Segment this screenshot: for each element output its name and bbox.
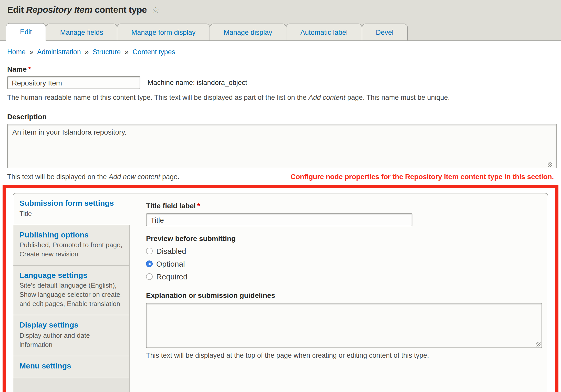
machine-name: Machine name: islandora_object bbox=[148, 79, 247, 86]
vtab-publishing-options[interactable]: Publishing options Published, Promoted t… bbox=[13, 224, 130, 265]
breadcrumb-administration[interactable]: Administration bbox=[37, 48, 81, 56]
explanation-label: Explanation or submission guidelines bbox=[146, 291, 542, 299]
vertical-tabs-menu: Submission form settings Title Publishin… bbox=[13, 193, 130, 392]
required-marker: * bbox=[197, 202, 200, 210]
page-title: Edit Repository Item content type ☆ bbox=[7, 5, 561, 15]
preview-radio-group: Preview before submitting Disabled Optio… bbox=[146, 234, 542, 281]
required-marker: * bbox=[28, 65, 31, 73]
name-help: The human-readable name of this content … bbox=[7, 93, 554, 102]
star-icon[interactable]: ☆ bbox=[152, 5, 159, 15]
page-title-prefix: Edit bbox=[7, 5, 24, 15]
explanation-help: This text will be displayed at the top o… bbox=[146, 352, 542, 359]
submission-form-settings-pane: Title field label* Preview before submit… bbox=[130, 193, 548, 392]
vtab-menu-settings[interactable]: Menu settings bbox=[13, 355, 130, 378]
page-title-suffix: content type bbox=[95, 5, 147, 15]
tab-automatic-label[interactable]: Automatic label bbox=[286, 24, 362, 40]
name-input[interactable] bbox=[7, 76, 140, 89]
tab-manage-display[interactable]: Manage display bbox=[209, 24, 286, 40]
tab-manage-fields[interactable]: Manage fields bbox=[46, 24, 118, 40]
page: Edit Repository Item content type ☆ Edit… bbox=[0, 0, 561, 392]
title-field-input[interactable] bbox=[146, 213, 412, 226]
node-settings-fieldset: Submission form settings Title Publishin… bbox=[13, 193, 548, 392]
page-header: Edit Repository Item content type ☆ Edit… bbox=[0, 0, 561, 41]
radio-option-disabled[interactable]: Disabled bbox=[146, 247, 542, 255]
vtab-language-settings[interactable]: Language settings Site's default languag… bbox=[13, 265, 130, 315]
breadcrumb-home[interactable]: Home bbox=[7, 48, 26, 56]
primary-tabs: Edit Manage fields Manage form display M… bbox=[6, 23, 561, 40]
vtab-submission-form-settings[interactable]: Submission form settings Title bbox=[13, 193, 130, 224]
page-title-content-type-name: Repository Item bbox=[26, 5, 92, 15]
description-textarea[interactable]: An item in your Islandora repository. bbox=[7, 124, 557, 168]
preview-label: Preview before submitting bbox=[146, 234, 542, 243]
breadcrumb-separator: » bbox=[30, 48, 34, 56]
description-label: Description bbox=[7, 112, 554, 121]
explanation-textarea[interactable] bbox=[146, 303, 542, 348]
description-field-group: Description An item in your Islandora re… bbox=[7, 112, 554, 181]
highlight-red-box: Submission form settings Title Publishin… bbox=[3, 185, 558, 392]
breadcrumb-structure[interactable]: Structure bbox=[93, 48, 121, 56]
radio-icon-selected[interactable] bbox=[146, 260, 153, 267]
tab-edit[interactable]: Edit bbox=[6, 23, 46, 41]
name-label: Name* bbox=[7, 65, 554, 73]
vtab-display-settings[interactable]: Display settings Display author and date… bbox=[13, 315, 130, 355]
title-field-label: Title field label* bbox=[146, 202, 542, 210]
explanation-field-group: Explanation or submission guidelines Thi… bbox=[146, 291, 542, 359]
tab-devel[interactable]: Devel bbox=[361, 24, 408, 40]
annotation-text: Configure node properties for the Reposi… bbox=[290, 172, 554, 180]
radio-icon[interactable] bbox=[146, 273, 153, 280]
breadcrumb-separator: » bbox=[85, 48, 89, 56]
description-help: This text will be displayed on the Add n… bbox=[7, 172, 179, 181]
main-content: Home » Administration » Structure » Cont… bbox=[0, 48, 561, 392]
radio-option-optional[interactable]: Optional bbox=[146, 259, 542, 268]
name-field-group: Name* Machine name: islandora_object The… bbox=[7, 65, 554, 102]
breadcrumb: Home » Administration » Structure » Cont… bbox=[7, 48, 554, 56]
radio-icon[interactable] bbox=[146, 248, 153, 254]
vertical-tabs-filler bbox=[13, 378, 130, 392]
breadcrumb-separator: » bbox=[125, 48, 129, 56]
tab-manage-form-display[interactable]: Manage form display bbox=[117, 24, 210, 40]
radio-option-required[interactable]: Required bbox=[146, 272, 542, 281]
breadcrumb-content-types[interactable]: Content types bbox=[132, 48, 175, 56]
